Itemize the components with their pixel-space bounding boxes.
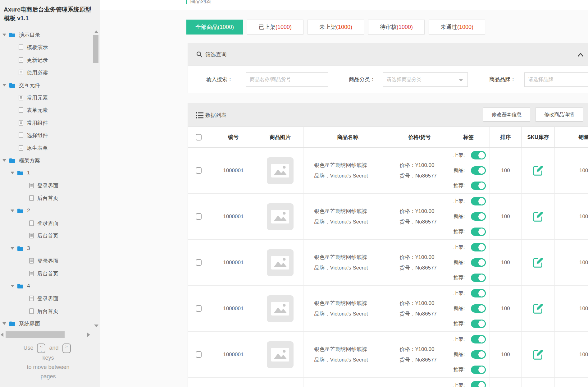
cell-sales: 100 [555, 194, 588, 239]
toggle-上架[interactable] [471, 197, 486, 205]
sidebar-item-doc-更新记录[interactable]: 更新记录 [0, 54, 93, 66]
expand-triangle-icon[interactable] [2, 322, 6, 325]
sidebar-item-folder-2[interactable]: 2 [0, 205, 93, 217]
toggle-推荐[interactable] [471, 182, 486, 190]
tag-label: 新品: [454, 351, 468, 358]
sidebar-item-doc-后台首页[interactable]: 后台首页 [0, 192, 93, 204]
cell-id: 1000001 [210, 332, 257, 377]
cell-id: 1000001 [210, 286, 257, 331]
edit-basic-info-button[interactable]: 修改基本信息 [483, 108, 530, 122]
sidebar-item-doc-后台首页[interactable]: 后台首页 [0, 267, 93, 280]
toggle-推荐[interactable] [471, 320, 486, 328]
sidebar-item-folder-1[interactable]: 1 [0, 167, 93, 179]
sidebar-item-doc-常用元素[interactable]: 常用元素 [0, 91, 93, 104]
scroll-left-arrow-icon[interactable] [1, 333, 3, 337]
sidebar-item-doc-表单元素[interactable]: 表单元素 [0, 104, 93, 116]
tag-row: 推荐: [454, 362, 486, 377]
filter-fields: 输入搜索： 商品分类： 请选择商品分类 商品品牌： [188, 66, 588, 93]
row-checkbox[interactable] [196, 305, 202, 312]
scroll-down-arrow-icon[interactable] [94, 325, 98, 327]
sku-edit-icon[interactable] [532, 210, 544, 223]
toggle-上架[interactable] [471, 335, 486, 343]
sidebar-item-doc-使用必读[interactable]: 使用必读 [0, 66, 93, 79]
table-row: 1000001银色星芒刺绣网纱底裤品牌：Victoria's Secret价格：… [188, 148, 588, 194]
expand-triangle-icon[interactable] [11, 247, 14, 250]
cell-tags: 上架:新品:推荐: [447, 286, 490, 331]
toggle-新品[interactable] [471, 166, 486, 175]
tab-未上架[interactable]: 未上架(1000) [308, 20, 364, 35]
product-price: 价格：¥100.00 [399, 160, 434, 171]
tab-未通过[interactable]: 未通过(1000) [429, 20, 485, 35]
sidebar-item-doc-后台首页[interactable]: 后台首页 [0, 229, 93, 242]
tab-全部商品[interactable]: 全部商品(1000) [186, 20, 243, 35]
row-checkbox[interactable] [196, 167, 202, 174]
main-content: 商品列表 全部商品(1000)已上架(1000)未上架(1000)待审核(100… [100, 0, 588, 387]
tab-已上架[interactable]: 已上架(1000) [247, 20, 303, 35]
sku-edit-icon[interactable] [532, 164, 544, 177]
sidebar-item-label: 2 [27, 208, 30, 214]
toggle-上架[interactable] [471, 243, 486, 251]
sku-edit-icon[interactable] [532, 256, 544, 269]
toggle-推荐[interactable] [471, 366, 486, 374]
row-checkbox[interactable] [196, 259, 202, 266]
expand-triangle-icon[interactable] [11, 285, 14, 287]
toggle-新品[interactable] [471, 350, 486, 359]
toggle-上架[interactable] [471, 289, 486, 297]
toggle-新品[interactable] [471, 258, 486, 267]
toggle-推荐[interactable] [471, 228, 486, 236]
sidebar-item-label: 表单元素 [27, 107, 48, 114]
expand-triangle-icon[interactable] [2, 159, 6, 162]
brand-input[interactable] [524, 72, 588, 87]
sidebar-item-folder-系统界面[interactable]: 系统界面 [0, 317, 93, 330]
sidebar-item-doc-模板演示[interactable]: 模板演示 [0, 41, 93, 53]
expand-triangle-icon[interactable] [2, 34, 6, 36]
sidebar-item-doc-登录界面[interactable]: 登录界面 [0, 217, 93, 229]
row-checkbox[interactable] [196, 213, 202, 220]
sku-edit-icon[interactable] [532, 348, 544, 361]
sidebar-item-doc-后台首页[interactable]: 后台首页 [0, 305, 93, 317]
category-select[interactable]: 请选择商品分类 [383, 72, 468, 87]
scroll-up-arrow-icon[interactable] [94, 30, 98, 33]
sidebar-item-doc-选择组件[interactable]: 选择组件 [0, 129, 93, 141]
toggle-knob [477, 381, 486, 387]
horizontal-scrollbar-thumb[interactable] [6, 331, 65, 338]
expand-triangle-icon[interactable] [11, 172, 14, 174]
toggle-上架[interactable] [471, 151, 486, 159]
toggle-上架[interactable] [471, 381, 486, 387]
tag-row: 新品: [454, 255, 486, 270]
sidebar-item-folder-框架方案[interactable]: 框架方案 [0, 154, 93, 167]
sidebar-item-doc-登录界面[interactable]: 登录界面 [0, 255, 93, 267]
toggle-新品[interactable] [471, 212, 486, 221]
scroll-right-arrow-icon[interactable] [87, 333, 90, 337]
cell-sales: 100 [555, 378, 588, 387]
sidebar-item-doc-登录界面[interactable]: 登录界面 [0, 179, 93, 192]
collapse-chevron-icon[interactable] [577, 53, 584, 57]
sidebar-item-doc-常用组件[interactable]: 常用组件 [0, 117, 93, 129]
sidebar-item-doc-登录界面[interactable]: 登录界面 [0, 292, 93, 305]
toggle-推荐[interactable] [471, 274, 486, 282]
tab-label: 未上架 [319, 23, 336, 31]
tab-待审核[interactable]: 待审核(1000) [368, 20, 425, 35]
row-checkbox[interactable] [196, 351, 202, 358]
table-row: 1000001银色星芒刺绣网纱底裤品牌：Victoria's Secret价格：… [188, 194, 588, 240]
product-name: 银色星芒刺绣网纱底裤 [314, 160, 367, 171]
search-input[interactable] [246, 72, 328, 87]
vertical-scrollbar-thumb[interactable] [93, 35, 98, 63]
edit-product-detail-button[interactable]: 修改商品详情 [535, 108, 583, 122]
sidebar-item-folder-交互元件[interactable]: 交互元件 [0, 79, 93, 91]
sidebar-item-folder-演示目录[interactable]: 演示目录 [0, 29, 93, 41]
expand-triangle-icon[interactable] [11, 210, 14, 212]
sku-edit-icon[interactable] [532, 302, 544, 315]
sidebar-item-doc-原生表单[interactable]: 原生表单 [0, 142, 93, 154]
select-all-checkbox[interactable] [196, 134, 202, 141]
cell-image [257, 148, 304, 193]
toggle-新品[interactable] [471, 304, 486, 313]
cell-sort: 100 [490, 240, 522, 285]
expand-triangle-icon[interactable] [2, 84, 6, 86]
sidebar-item-folder-4[interactable]: 4 [0, 280, 93, 292]
app-title: Axure电商后台业务管理系统原型模板 v1.1 [4, 5, 95, 23]
toggle-knob [477, 258, 486, 267]
document-icon [19, 95, 23, 100]
tag-row: 新品: [454, 209, 486, 224]
sidebar-item-folder-3[interactable]: 3 [0, 242, 93, 255]
